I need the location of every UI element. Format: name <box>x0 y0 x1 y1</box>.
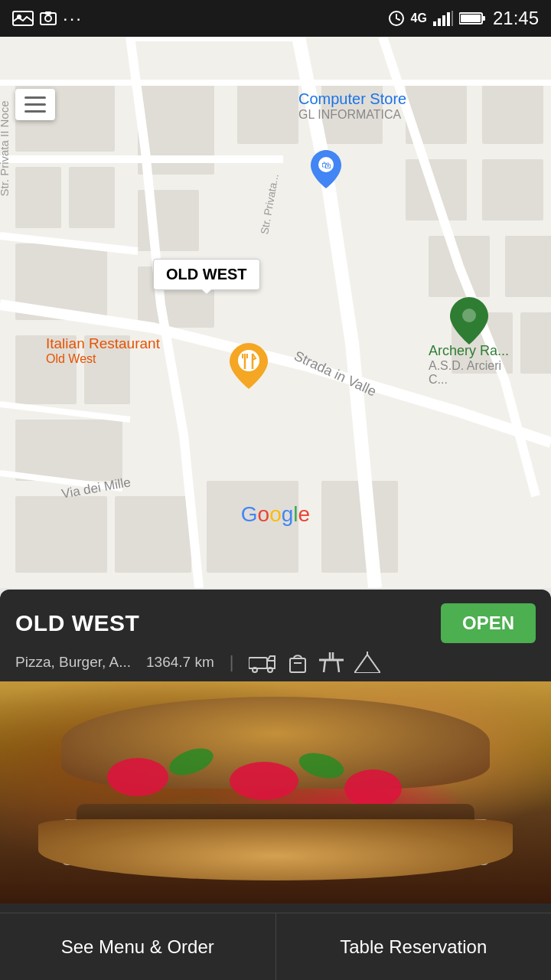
svg-line-60 <box>324 660 325 672</box>
svg-rect-16 <box>15 167 61 228</box>
open-button[interactable]: OPEN <box>441 603 536 643</box>
hamburger-line <box>24 96 46 99</box>
hamburger-line <box>24 110 46 113</box>
hamburger-menu-button[interactable] <box>15 89 55 120</box>
svg-rect-37 <box>207 481 298 573</box>
clock-icon <box>388 10 405 27</box>
status-bar: ··· 4G 21:45 <box>0 0 551 37</box>
svg-rect-10 <box>452 11 453 26</box>
svg-rect-12 <box>482 16 485 21</box>
google-logo: Google <box>241 502 310 527</box>
burger-bun-bottom <box>38 819 513 880</box>
archery-range-label: Archery Ra... A.S.D. Arcieri C... <box>429 343 509 359</box>
card-actions: See Menu & Order Table Reservation <box>0 913 551 980</box>
card-meta: Pizza, Burger, A... 1364.7 km | <box>0 651 551 681</box>
more-dots: ··· <box>63 8 83 29</box>
svg-rect-36 <box>115 496 191 573</box>
svg-line-61 <box>337 660 339 672</box>
svg-rect-35 <box>520 312 551 374</box>
signal-icon <box>433 11 453 26</box>
camera-icon <box>40 11 57 26</box>
distance: 1364.7 km <box>146 654 214 671</box>
svg-point-47 <box>238 350 259 371</box>
svg-rect-21 <box>15 420 122 481</box>
svg-text:🛍: 🛍 <box>321 159 331 171</box>
cuisine-label: Pizza, Burger, A... <box>15 654 131 671</box>
delivery-icon <box>249 652 276 673</box>
service-icons <box>249 651 380 674</box>
svg-point-53 <box>462 309 476 322</box>
svg-point-55 <box>253 668 257 672</box>
map-view[interactable]: Computer Store GL INFORMATICA 🛍 OLD WEST… <box>0 37 551 588</box>
svg-rect-57 <box>290 658 305 672</box>
time-display: 21:45 <box>493 8 539 29</box>
status-bar-right: 4G 21:45 <box>388 8 539 29</box>
takeout-icon <box>287 651 308 674</box>
svg-rect-7 <box>438 18 441 26</box>
outdoor-icon <box>354 652 380 673</box>
archery-pin <box>450 297 488 343</box>
svg-rect-13 <box>461 15 481 22</box>
svg-rect-29 <box>482 83 543 144</box>
network-type: 4G <box>411 11 427 25</box>
svg-rect-8 <box>442 15 445 26</box>
svg-point-3 <box>45 15 51 21</box>
hamburger-line <box>24 103 46 106</box>
svg-point-56 <box>268 668 272 672</box>
restaurant-pin <box>230 343 268 385</box>
old-west-tooltip: OLD WEST <box>153 259 260 290</box>
computer-store-label: Computer Store GL INFORMATICA <box>298 90 406 108</box>
status-bar-left-icons: ··· <box>12 8 83 29</box>
svg-rect-4 <box>45 11 51 15</box>
italian-restaurant-label: Italian Restaurant Old West <box>46 335 160 352</box>
str-privata-noce-label: Str. Privata II Noce <box>0 100 11 196</box>
svg-rect-31 <box>482 159 543 220</box>
restaurant-name: OLD WEST <box>15 610 139 636</box>
gallery-icon <box>12 11 34 26</box>
restaurant-card: OLD WEST OPEN Pizza, Burger, A... 1364.7… <box>0 590 551 980</box>
table-reservation-button[interactable]: Table Reservation <box>276 913 552 980</box>
svg-rect-26 <box>237 83 298 144</box>
meta-divider: | <box>230 652 234 672</box>
svg-rect-9 <box>447 12 450 26</box>
battery-icon <box>459 11 487 25</box>
svg-rect-17 <box>69 167 115 228</box>
dining-icon <box>319 652 344 672</box>
food-image <box>0 681 551 903</box>
svg-rect-33 <box>505 236 551 297</box>
svg-rect-6 <box>433 21 436 26</box>
computer-store-pin: 🛍 <box>311 150 341 188</box>
svg-rect-22 <box>15 496 107 573</box>
card-header: OLD WEST OPEN <box>0 590 551 651</box>
see-menu-order-button[interactable]: See Menu & Order <box>0 913 276 980</box>
svg-rect-54 <box>249 658 267 668</box>
